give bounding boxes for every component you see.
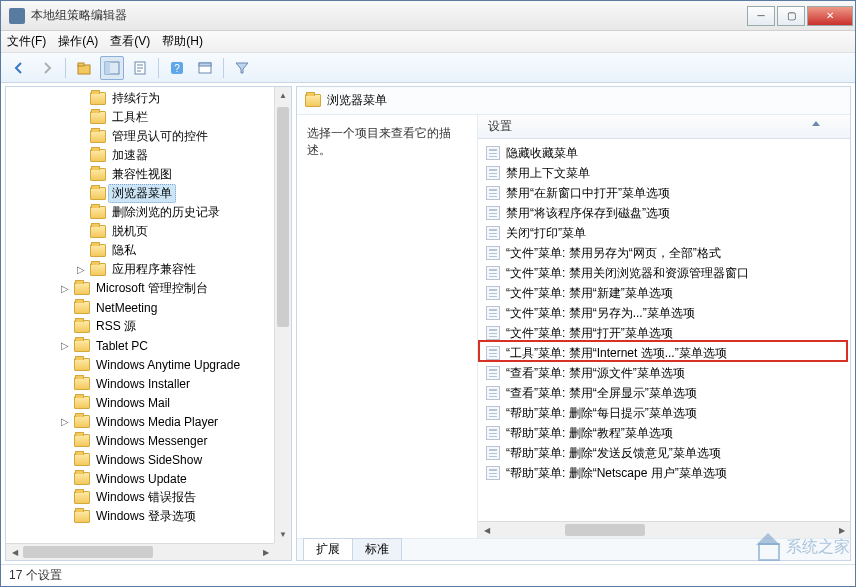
hscroll-thumb[interactable] bbox=[565, 524, 645, 536]
scroll-left-icon[interactable]: ◀ bbox=[6, 544, 23, 560]
tree-item[interactable]: 删除浏览的历史记录 bbox=[10, 203, 291, 222]
menu-view[interactable]: 查看(V) bbox=[110, 33, 150, 50]
vertical-scrollbar[interactable]: ▲ ▼ bbox=[274, 87, 291, 543]
setting-row[interactable]: “文件”菜单: 禁用“新建”菜单选项 bbox=[478, 283, 850, 303]
separator bbox=[158, 58, 159, 78]
tree-item[interactable]: 隐私 bbox=[10, 241, 291, 260]
list-hscrollbar[interactable]: ◀ ▶ bbox=[478, 521, 850, 538]
scroll-right-icon[interactable]: ▶ bbox=[833, 522, 850, 538]
setting-row[interactable]: 禁用“将该程序保存到磁盘”选项 bbox=[478, 203, 850, 223]
tree-item[interactable]: ▷Microsoft 管理控制台 bbox=[10, 279, 291, 298]
tab-standard[interactable]: 标准 bbox=[352, 538, 402, 560]
tree-item-label: Windows Anytime Upgrade bbox=[92, 357, 244, 373]
setting-row[interactable]: “帮助”菜单: 删除“发送反馈意见”菜单选项 bbox=[478, 443, 850, 463]
tree-item[interactable]: 持续行为 bbox=[10, 89, 291, 108]
tree-item[interactable]: 浏览器菜单 bbox=[10, 184, 291, 203]
maximize-button[interactable]: ▢ bbox=[777, 6, 805, 26]
properties-button[interactable] bbox=[193, 56, 217, 80]
hscroll-thumb[interactable] bbox=[23, 546, 153, 558]
setting-row[interactable]: 关闭“打印”菜单 bbox=[478, 223, 850, 243]
filter-button[interactable] bbox=[230, 56, 254, 80]
setting-icon bbox=[486, 326, 500, 340]
setting-row[interactable]: “文件”菜单: 禁用“打开”菜单选项 bbox=[478, 323, 850, 343]
setting-row[interactable]: 隐藏收藏菜单 bbox=[478, 143, 850, 163]
up-button[interactable] bbox=[72, 56, 96, 80]
setting-row[interactable]: “查看”菜单: 禁用“全屏显示”菜单选项 bbox=[478, 383, 850, 403]
help-button[interactable]: ? bbox=[165, 56, 189, 80]
tree-item[interactable]: NetMeeting bbox=[10, 298, 291, 317]
tree-item[interactable]: ▷Tablet PC bbox=[10, 336, 291, 355]
close-button[interactable]: ✕ bbox=[807, 6, 853, 26]
tree-scroll-area[interactable]: 持续行为工具栏管理员认可的控件加速器兼容性视图浏览器菜单删除浏览的历史记录脱机页… bbox=[6, 87, 291, 560]
tree-item[interactable]: Windows 错误报告 bbox=[10, 488, 291, 507]
setting-row[interactable]: 禁用上下文菜单 bbox=[478, 163, 850, 183]
back-button[interactable] bbox=[7, 56, 31, 80]
expand-icon[interactable]: ▷ bbox=[58, 283, 72, 294]
expand-icon[interactable]: ▷ bbox=[58, 340, 72, 351]
menubar: 文件(F) 操作(A) 查看(V) 帮助(H) bbox=[1, 31, 855, 53]
scroll-left-icon[interactable]: ◀ bbox=[478, 522, 495, 538]
show-tree-button[interactable] bbox=[100, 56, 124, 80]
tree-item[interactable]: Windows Messenger bbox=[10, 431, 291, 450]
setting-icon bbox=[486, 186, 500, 200]
tree-item[interactable]: 兼容性视图 bbox=[10, 165, 291, 184]
setting-row[interactable]: 禁用“在新窗口中打开”菜单选项 bbox=[478, 183, 850, 203]
tree-item[interactable]: 管理员认可的控件 bbox=[10, 127, 291, 146]
tree-item[interactable]: Windows Update bbox=[10, 469, 291, 488]
tree-item[interactable]: 加速器 bbox=[10, 146, 291, 165]
column-header-label: 设置 bbox=[488, 118, 512, 135]
detail-panel: 浏览器菜单 选择一个项目来查看它的描述。 设置 隐藏收藏菜单禁用上下文菜单禁用“… bbox=[296, 86, 851, 561]
tree-item[interactable]: Windows SideShow bbox=[10, 450, 291, 469]
setting-row[interactable]: “帮助”菜单: 删除“Netscape 用户”菜单选项 bbox=[478, 463, 850, 483]
column-header-setting[interactable]: 设置 bbox=[478, 115, 850, 139]
setting-row[interactable]: “文件”菜单: 禁用另存为“网页，全部”格式 bbox=[478, 243, 850, 263]
setting-label: “文件”菜单: 禁用“打开”菜单选项 bbox=[506, 325, 673, 342]
folder-icon bbox=[74, 377, 90, 390]
export-button[interactable] bbox=[128, 56, 152, 80]
folder-icon bbox=[90, 111, 106, 124]
tree-item[interactable]: Windows 登录选项 bbox=[10, 507, 291, 526]
tree-item-label: Windows 登录选项 bbox=[92, 507, 200, 526]
menu-help[interactable]: 帮助(H) bbox=[162, 33, 203, 50]
titlebar[interactable]: 本地组策略编辑器 ─ ▢ ✕ bbox=[1, 1, 855, 31]
scroll-right-icon[interactable]: ▶ bbox=[257, 544, 274, 560]
tree-item[interactable]: Windows Anytime Upgrade bbox=[10, 355, 291, 374]
tree-item[interactable]: RSS 源 bbox=[10, 317, 291, 336]
expand-icon[interactable]: ▷ bbox=[58, 416, 72, 427]
setting-label: 关闭“打印”菜单 bbox=[506, 225, 586, 242]
tree-item-label: Windows 错误报告 bbox=[92, 488, 200, 507]
horizontal-scrollbar[interactable]: ◀ ▶ bbox=[6, 543, 274, 560]
tab-extended[interactable]: 扩展 bbox=[303, 538, 353, 560]
tree-item[interactable]: 工具栏 bbox=[10, 108, 291, 127]
setting-label: “文件”菜单: 禁用关闭浏览器和资源管理器窗口 bbox=[506, 265, 749, 282]
settings-list-pane: 设置 隐藏收藏菜单禁用上下文菜单禁用“在新窗口中打开”菜单选项禁用“将该程序保存… bbox=[477, 115, 850, 538]
scroll-thumb[interactable] bbox=[277, 107, 289, 327]
setting-row[interactable]: “工具”菜单: 禁用“Internet 选项...”菜单选项 bbox=[478, 343, 850, 363]
expand-icon[interactable]: ▷ bbox=[74, 264, 88, 275]
settings-list[interactable]: 隐藏收藏菜单禁用上下文菜单禁用“在新窗口中打开”菜单选项禁用“将该程序保存到磁盘… bbox=[478, 139, 850, 521]
tree-item[interactable]: Windows Mail bbox=[10, 393, 291, 412]
tree-item[interactable]: ▷应用程序兼容性 bbox=[10, 260, 291, 279]
setting-row[interactable]: “文件”菜单: 禁用“另存为...”菜单选项 bbox=[478, 303, 850, 323]
tree-item[interactable]: 脱机页 bbox=[10, 222, 291, 241]
scroll-up-icon[interactable]: ▲ bbox=[275, 87, 291, 104]
setting-icon bbox=[486, 366, 500, 380]
setting-row[interactable]: “帮助”菜单: 删除“教程”菜单选项 bbox=[478, 423, 850, 443]
tree-item-label: 加速器 bbox=[108, 146, 152, 165]
menu-action[interactable]: 操作(A) bbox=[58, 33, 98, 50]
tree-item-label: 脱机页 bbox=[108, 222, 152, 241]
folder-icon bbox=[74, 339, 90, 352]
tree-item[interactable]: Windows Installer bbox=[10, 374, 291, 393]
scroll-down-icon[interactable]: ▼ bbox=[275, 526, 291, 543]
setting-row[interactable]: “文件”菜单: 禁用关闭浏览器和资源管理器窗口 bbox=[478, 263, 850, 283]
forward-button[interactable] bbox=[35, 56, 59, 80]
menu-file[interactable]: 文件(F) bbox=[7, 33, 46, 50]
tree-item[interactable]: ▷Windows Media Player bbox=[10, 412, 291, 431]
setting-icon bbox=[486, 306, 500, 320]
folder-icon bbox=[90, 168, 106, 181]
setting-row[interactable]: “查看”菜单: 禁用“源文件”菜单选项 bbox=[478, 363, 850, 383]
setting-row[interactable]: “帮助”菜单: 删除“每日提示”菜单选项 bbox=[478, 403, 850, 423]
window-title: 本地组策略编辑器 bbox=[31, 7, 745, 24]
minimize-button[interactable]: ─ bbox=[747, 6, 775, 26]
setting-icon bbox=[486, 266, 500, 280]
